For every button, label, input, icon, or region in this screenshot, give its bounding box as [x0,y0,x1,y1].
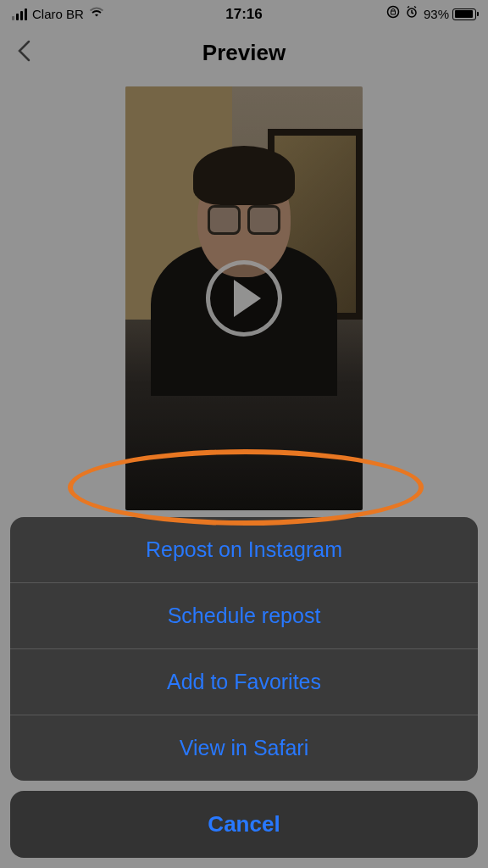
add-favorites-button[interactable]: Add to Favorites [10,649,478,715]
schedule-repost-button[interactable]: Schedule repost [10,583,478,649]
action-sheet-options: Repost on Instagram Schedule repost Add … [10,517,478,781]
cancel-button[interactable]: Cancel [10,791,478,858]
action-sheet: Repost on Instagram Schedule repost Add … [10,517,478,858]
view-safari-button[interactable]: View in Safari [10,715,478,781]
repost-instagram-button[interactable]: Repost on Instagram [10,517,478,583]
